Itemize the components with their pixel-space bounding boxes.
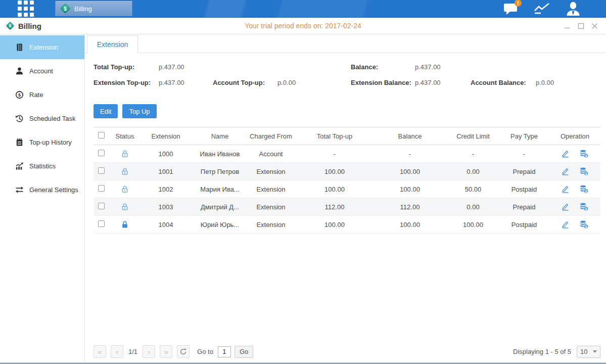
lock-locked-icon[interactable] xyxy=(121,220,129,229)
topup-icon[interactable]: $ xyxy=(579,185,589,194)
cell-balance: 100.00 xyxy=(372,168,447,175)
sidebar-item-extension[interactable]: Extension xyxy=(0,35,84,59)
goto-page-input[interactable] xyxy=(218,346,231,357)
cell-credit-limit: 0.00 xyxy=(447,203,499,211)
sidebar-item-label: Account xyxy=(29,67,53,75)
row-checkbox[interactable] xyxy=(98,220,105,227)
bar-chart-arrow-icon xyxy=(15,162,24,170)
app-window: $ Billing ! xyxy=(0,0,606,364)
lock-unlocked-icon[interactable] xyxy=(121,167,129,175)
page-size-dropdown[interactable]: 10 xyxy=(577,346,600,358)
edit-icon[interactable] xyxy=(561,185,570,194)
go-button[interactable]: Go xyxy=(235,346,253,358)
column-header-balance: Balance xyxy=(372,132,447,140)
taskbar: $ Billing ! xyxy=(0,0,606,18)
edit-icon[interactable] xyxy=(561,167,570,176)
cell-charged-from: Extension xyxy=(245,203,297,211)
svg-text:$: $ xyxy=(585,154,587,158)
svg-text:$: $ xyxy=(585,190,587,194)
sidebar-item-topup-history[interactable]: Top-up History xyxy=(0,130,84,154)
resource-monitor-icon[interactable] xyxy=(533,2,550,15)
page-indicator: 1/1 xyxy=(128,348,137,355)
summary-value: p.0.00 xyxy=(536,79,554,86)
cell-operation: $ xyxy=(549,185,600,194)
cell-credit-limit: - xyxy=(447,150,499,158)
svg-text:$: $ xyxy=(585,207,587,211)
tab-extension[interactable]: Extension xyxy=(87,35,138,53)
lock-unlocked-icon[interactable] xyxy=(121,185,129,193)
column-header-pay-type: Pay Type xyxy=(499,132,549,140)
cell-extension: 1004 xyxy=(137,221,195,229)
lock-unlocked-icon[interactable] xyxy=(121,150,129,158)
messages-icon[interactable]: ! xyxy=(503,2,518,15)
minimize-icon[interactable] xyxy=(564,23,571,29)
cell-charged-from: Account xyxy=(245,150,297,158)
sidebar-item-rate[interactable]: $ Rate xyxy=(0,83,84,107)
last-page-button[interactable]: » xyxy=(160,345,172,358)
cell-operation: $ xyxy=(549,220,600,229)
cell-total-topup: - xyxy=(297,150,372,158)
summary-label: Extension Balance: xyxy=(351,79,415,86)
cell-extension: 1002 xyxy=(137,186,195,193)
table-header: Status Extension Name Charged From Total… xyxy=(94,127,600,145)
svg-text:$: $ xyxy=(9,23,12,28)
sidebar-item-statistics[interactable]: Statistics xyxy=(0,154,84,178)
cell-operation: $ xyxy=(549,149,600,158)
topup-icon[interactable]: $ xyxy=(579,167,589,176)
cell-credit-limit: 0.00 xyxy=(447,168,499,175)
sidebar-item-general-settings[interactable]: General Settings xyxy=(0,178,84,202)
cell-balance: 100.00 xyxy=(372,186,447,193)
prev-page-button[interactable]: ‹ xyxy=(111,345,123,358)
sidebar-item-scheduled-task[interactable]: Scheduled Task xyxy=(0,107,84,130)
user-account-icon[interactable] xyxy=(566,2,581,16)
svg-text:$: $ xyxy=(18,93,21,98)
cell-charged-from: Extension xyxy=(245,221,297,229)
window-title-text: Billing xyxy=(18,22,41,30)
first-page-button[interactable]: « xyxy=(94,345,106,358)
row-status-cell xyxy=(113,203,137,211)
row-checkbox[interactable] xyxy=(98,150,105,156)
table-row: 1003 Дмитрий Д... Extension 112.00 112.0… xyxy=(94,198,600,216)
window-title: $ Billing xyxy=(6,21,41,30)
select-all-checkbox[interactable] xyxy=(98,132,105,139)
cell-extension: 1003 xyxy=(137,203,195,211)
edit-icon[interactable] xyxy=(561,149,570,158)
topup-icon[interactable]: $ xyxy=(579,220,589,229)
svg-text:$: $ xyxy=(585,225,587,229)
column-header-charged-from: Charged From xyxy=(245,132,297,140)
lock-unlocked-icon[interactable] xyxy=(121,203,129,211)
sidebar-item-label: General Settings xyxy=(29,186,78,194)
summary-label: Account Top-up: xyxy=(213,79,277,86)
column-header-name: Name xyxy=(195,132,245,140)
row-checkbox[interactable] xyxy=(98,203,105,209)
taskbar-item-billing[interactable]: $ Billing xyxy=(55,1,132,16)
transfer-arrows-icon xyxy=(15,186,24,194)
row-checkbox[interactable] xyxy=(98,185,105,192)
edit-button[interactable]: Edit xyxy=(94,104,118,118)
edit-icon[interactable] xyxy=(561,202,570,211)
summary-label: Extension Top-up: xyxy=(94,79,159,86)
top-up-button[interactable]: Top Up xyxy=(122,104,156,118)
app-launcher-grid-icon[interactable] xyxy=(18,1,34,17)
next-page-button[interactable]: › xyxy=(143,345,155,358)
cell-name: Иван Иванов xyxy=(195,150,245,158)
topup-icon[interactable]: $ xyxy=(579,149,589,158)
column-header-credit-limit: Credit Limit xyxy=(447,132,499,140)
refresh-button[interactable] xyxy=(177,345,190,358)
topup-icon[interactable]: $ xyxy=(579,202,589,211)
row-checkbox[interactable] xyxy=(98,167,105,174)
column-header-operation: Operation xyxy=(549,132,600,140)
close-icon[interactable] xyxy=(591,23,598,29)
cell-operation: $ xyxy=(549,202,600,211)
sidebar-item-label: Scheduled Task xyxy=(29,115,76,122)
cell-total-topup: 112.00 xyxy=(297,203,372,211)
sidebar-item-account[interactable]: Account xyxy=(0,59,84,83)
cell-total-topup: 100.00 xyxy=(297,221,372,229)
cell-extension: 1001 xyxy=(137,168,195,175)
trial-notice: Your trial period ends on: 2017-02-24 xyxy=(0,22,606,30)
cell-balance: 112.00 xyxy=(372,203,447,211)
cell-charged-from: Extension xyxy=(245,168,297,175)
main-inner: Total Top-up: p.437.00 Balance: p.437.00… xyxy=(85,53,606,362)
edit-icon[interactable] xyxy=(561,220,570,229)
maximize-icon[interactable] xyxy=(578,23,584,29)
